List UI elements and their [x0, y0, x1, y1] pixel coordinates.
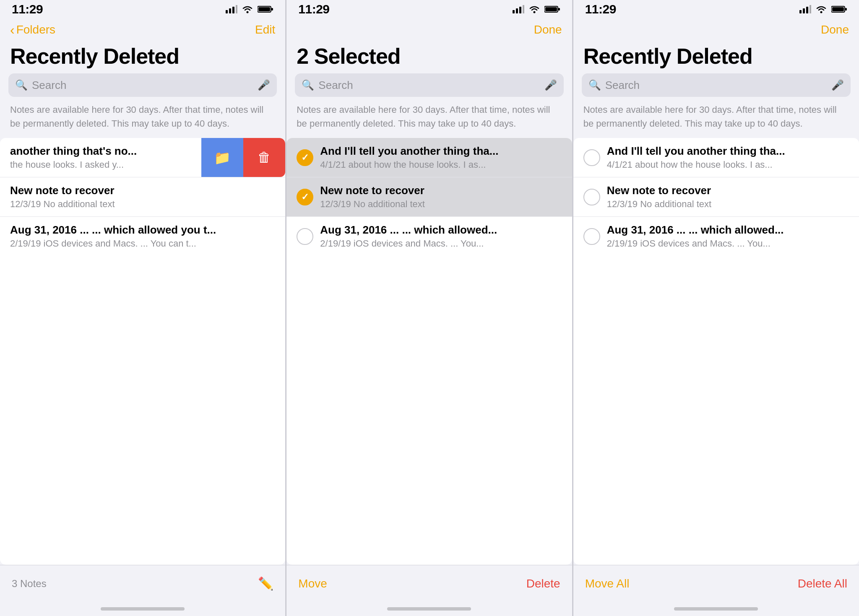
- home-indicator-1: [0, 602, 285, 616]
- status-bar-2: 11:29: [286, 0, 572, 18]
- battery-icon: [258, 5, 273, 13]
- move-button[interactable]: Move: [298, 577, 327, 590]
- mic-icon-1[interactable]: 🎤: [258, 79, 270, 91]
- note-title-2-3: Aug 31, 2016 ... ... which allowed...: [320, 224, 562, 237]
- notes-list-3: And I'll tell you another thing tha... 4…: [573, 138, 859, 565]
- mic-icon-2[interactable]: 🎤: [544, 79, 557, 91]
- svg-rect-18: [806, 7, 808, 13]
- note-meta-3-1: 4/1/21 about how the house looks. I as..…: [607, 159, 849, 170]
- note-title-3: Aug 31, 2016 ... ... which allowed you t…: [10, 224, 275, 237]
- bottom-bar-1: 3 Notes ✏️: [0, 565, 285, 602]
- notes-list-1: another thing that's no... the house loo…: [0, 138, 285, 565]
- search-icon-2: 🔍: [302, 79, 314, 91]
- signal-icon: [226, 5, 237, 13]
- home-bar-3: [674, 607, 758, 611]
- note-content-3: Aug 31, 2016 ... ... which allowed you t…: [10, 224, 275, 249]
- note-meta-3-2: 12/3/19 No additional text: [607, 199, 849, 210]
- note-meta-2-2: 12/3/19 No additional text: [320, 199, 562, 210]
- note-content-3-2: New note to recover 12/3/19 No additiona…: [607, 184, 849, 210]
- info-text-1: Notes are available here for 30 days. Af…: [0, 103, 285, 138]
- swipe-folder-button[interactable]: 📁: [201, 138, 243, 177]
- panel-3: 11:29 Done Recently Delet: [573, 0, 859, 616]
- wifi-icon-3: [815, 5, 827, 13]
- svg-rect-11: [523, 5, 524, 13]
- note-title-3-2: New note to recover: [607, 184, 849, 197]
- note-meta-2-1: 4/1/21 about how the house looks. I as..…: [320, 159, 562, 170]
- move-all-button[interactable]: Move All: [585, 577, 630, 590]
- swipe-actions: 📁 🗑: [201, 138, 285, 177]
- selection-circle-2-3[interactable]: [297, 228, 313, 245]
- note-content-2-1: And I'll tell you another thing tha... 4…: [320, 145, 562, 170]
- mic-icon-3[interactable]: 🎤: [831, 79, 844, 91]
- svg-rect-6: [271, 8, 273, 10]
- back-button-1[interactable]: ‹ Folders: [10, 22, 55, 38]
- svg-rect-7: [258, 7, 270, 11]
- note-item-2-2[interactable]: New note to recover 12/3/19 No additiona…: [286, 177, 572, 217]
- note-item-2-3[interactable]: Aug 31, 2016 ... ... which allowed... 2/…: [286, 217, 572, 256]
- note-item-2[interactable]: New note to recover 12/3/19 No additiona…: [0, 177, 285, 217]
- note-meta-2-3: 2/19/19 iOS devices and Macs. ... You...: [320, 238, 562, 249]
- selection-circle-3-3[interactable]: [583, 228, 600, 245]
- search-bar-3[interactable]: 🔍 Search 🎤: [582, 73, 851, 97]
- search-bar-2[interactable]: 🔍 Search 🎤: [295, 73, 563, 97]
- note-meta-2: 12/3/19 No additional text: [10, 199, 275, 210]
- wifi-icon: [242, 5, 253, 13]
- done-button-3[interactable]: Done: [821, 23, 849, 36]
- signal-icon-2: [513, 5, 524, 13]
- delete-button[interactable]: Delete: [526, 577, 560, 590]
- status-time-3: 11:29: [585, 2, 616, 16]
- note-title-3-3: Aug 31, 2016 ... ... which allowed...: [607, 224, 849, 237]
- delete-all-button[interactable]: Delete All: [798, 577, 847, 590]
- svg-rect-23: [832, 7, 844, 11]
- svg-rect-10: [519, 7, 521, 13]
- status-icons-3: [799, 5, 847, 13]
- done-button-2[interactable]: Done: [534, 23, 562, 36]
- note-item-3-3[interactable]: Aug 31, 2016 ... ... which allowed... 2/…: [573, 217, 859, 256]
- note-content-3-3: Aug 31, 2016 ... ... which allowed... 2/…: [607, 224, 849, 249]
- search-container-1: 🔍 Search 🎤: [0, 73, 285, 103]
- note-item-3-2[interactable]: New note to recover 12/3/19 No additiona…: [573, 177, 859, 217]
- status-icons-2: [513, 5, 560, 13]
- svg-point-12: [533, 11, 535, 13]
- selection-circle-3-1[interactable]: [583, 149, 600, 166]
- status-bar-1: 11:29: [0, 0, 285, 18]
- svg-rect-8: [513, 10, 515, 13]
- nav-bar-1: ‹ Folders Edit: [0, 18, 285, 41]
- note-item-3-1[interactable]: And I'll tell you another thing tha... 4…: [573, 138, 859, 177]
- note-item-3[interactable]: Aug 31, 2016 ... ... which allowed you t…: [0, 217, 285, 256]
- note-item-2-1[interactable]: And I'll tell you another thing tha... 4…: [286, 138, 572, 177]
- note-title-2: New note to recover: [10, 184, 275, 197]
- svg-rect-16: [799, 10, 802, 13]
- note-title-2-1: And I'll tell you another thing tha...: [320, 145, 562, 158]
- search-bar-1[interactable]: 🔍 Search 🎤: [8, 73, 277, 97]
- home-indicator-2: [286, 602, 572, 616]
- back-label-1[interactable]: Folders: [16, 23, 55, 36]
- wifi-icon-2: [528, 5, 540, 13]
- search-placeholder-1: Search: [32, 79, 253, 92]
- note-meta-3: 2/19/19 iOS devices and Macs. ... You ca…: [10, 238, 275, 249]
- svg-rect-0: [226, 10, 228, 13]
- page-title-2: 2 Selected: [297, 44, 562, 68]
- svg-rect-19: [810, 5, 811, 13]
- edit-button[interactable]: Edit: [255, 23, 275, 36]
- compose-button[interactable]: ✏️: [258, 576, 273, 591]
- note-title-2-2: New note to recover: [320, 184, 562, 197]
- title-area-2: 2 Selected: [286, 41, 572, 73]
- bottom-bar-3: Move All Delete All: [573, 565, 859, 602]
- battery-icon-2: [544, 5, 560, 13]
- panel-1: 11:29 ‹ Folders: [0, 0, 286, 616]
- nav-bar-3: Done: [573, 18, 859, 41]
- panel-2: 11:29 Done 2 Selected: [286, 0, 572, 616]
- svg-rect-9: [516, 8, 518, 13]
- selection-circle-2-2[interactable]: [297, 189, 313, 205]
- note-content-2-2: New note to recover 12/3/19 No additiona…: [320, 184, 562, 210]
- status-time-2: 11:29: [298, 2, 329, 16]
- search-icon-1: 🔍: [15, 79, 28, 91]
- note-item-swiped[interactable]: another thing that's no... the house loo…: [0, 138, 285, 177]
- battery-icon-3: [831, 5, 847, 13]
- selection-circle-3-2[interactable]: [583, 189, 600, 205]
- swipe-delete-button[interactable]: 🗑: [243, 138, 285, 177]
- selection-circle-2-1[interactable]: [297, 149, 313, 166]
- note-count-label: 3 Notes: [12, 578, 47, 590]
- home-bar-1: [101, 607, 185, 611]
